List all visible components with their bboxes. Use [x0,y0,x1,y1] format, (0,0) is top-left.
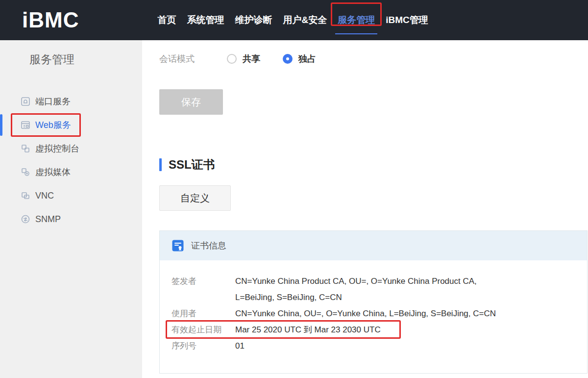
ssl-section-title: SSL证书 [169,157,215,173]
sidebar-item-label: Web服务 [35,119,71,131]
vnc-icon [21,191,30,201]
cert-row-validity: 有效起止日期 Mar 25 2020 UTC 到 Mar 23 2030 UTC [172,322,575,338]
nav-maintenance-diagnosis[interactable]: 维护诊断 [235,0,272,40]
active-tab-underline [335,33,377,34]
cert-row-serial: 序列号 01 [172,338,575,354]
radio-selected-dot [286,57,289,60]
session-mode-label: 会话模式 [159,53,227,65]
certificate-icon [172,239,184,252]
radio-shared-label: 共享 [243,53,260,65]
nav-user-security[interactable]: 用户&安全 [283,0,327,40]
cert-serial-value: 01 [235,338,245,354]
section-accent-bar [159,158,162,171]
nav-ibmc-management[interactable]: iBMC管理 [386,0,428,40]
cert-validity-label: 有效起止日期 [172,322,235,338]
active-item-indicator [0,114,2,136]
cert-issuer-label: 签发者 [172,273,235,305]
ibmc-logo: iBMC [22,9,79,31]
save-button[interactable]: 保存 [159,89,223,115]
virtual-console-icon [21,144,30,153]
cert-issuer-value: CN=Yunke China Product CA, OU=, O=Yunke … [235,273,514,305]
custom-button[interactable]: 自定义 [159,185,231,211]
main-content: 会话模式 共享 独占 保存 SSL证书 自定义 证书信息 签发者 [142,40,588,378]
certificate-panel-title: 证书信息 [191,240,226,252]
virtual-media-icon [21,167,30,177]
nav-service-management-label: 服务管理 [338,14,375,26]
port-service-icon [21,97,30,106]
nav-ibmc-management-label: iBMC管理 [386,14,428,26]
sidebar-item-web-service[interactable]: Web服务 [0,113,142,137]
nav-home-label: 首页 [157,14,176,26]
nav-user-security-label: 用户&安全 [283,14,327,26]
sidebar-item-label: 虚拟媒体 [35,166,71,178]
certificate-panel-header: 证书信息 [160,231,587,260]
certificate-panel-body: 签发者 CN=Yunke China Product CA, OU=, O=Yu… [160,260,587,354]
sidebar-item-port-service[interactable]: 端口服务 [0,90,142,113]
web-service-icon [21,120,30,130]
radio-shared[interactable]: 共享 [227,53,260,65]
sidebar-item-snmp[interactable]: SNMP [0,207,142,231]
sidebar-item-label: 虚拟控制台 [35,143,79,154]
nav-maintenance-diagnosis-label: 维护诊断 [235,14,272,26]
top-header: iBMC 首页 系统管理 维护诊断 用户&安全 服务管理 iBMC管理 [0,0,588,40]
radio-exclusive-circle[interactable] [283,54,293,64]
cert-subject-label: 使用者 [172,305,235,322]
sidebar-menu: 端口服务 Web服务 虚拟控制台 虚拟媒体 [0,90,142,231]
nav-system-management[interactable]: 系统管理 [187,0,224,40]
cert-subject-value: CN=Yunke China, OU=, O=Yunke China, L=Be… [235,305,496,322]
sidebar-item-vnc[interactable]: VNC [0,184,142,207]
top-nav: 首页 系统管理 维护诊断 用户&安全 服务管理 iBMC管理 [157,0,428,40]
sidebar-item-label: VNC [35,191,54,201]
certificate-info-panel: 证书信息 签发者 CN=Yunke China Product CA, OU=,… [159,230,588,374]
nav-service-management[interactable]: 服务管理 [338,0,375,40]
radio-exclusive[interactable]: 独占 [283,53,316,65]
sidebar-item-label: SNMP [35,214,61,225]
session-mode-row: 会话模式 共享 独占 [159,52,588,66]
ssl-section-header: SSL证书 [159,157,588,173]
sidebar-item-virtual-media[interactable]: 虚拟媒体 [0,160,142,184]
snmp-icon [21,214,30,224]
cert-row-subject: 使用者 CN=Yunke China, OU=, O=Yunke China, … [172,305,575,322]
cert-row-issuer: 签发者 CN=Yunke China Product CA, OU=, O=Yu… [172,273,575,305]
sidebar-item-label: 端口服务 [35,96,71,107]
cert-serial-label: 序列号 [172,338,235,354]
radio-shared-circle[interactable] [227,54,237,64]
sidebar: 服务管理 端口服务 Web服务 虚拟控制台 [0,40,142,378]
nav-system-management-label: 系统管理 [187,14,224,26]
sidebar-item-virtual-console[interactable]: 虚拟控制台 [0,137,142,160]
cert-validity-value: Mar 25 2020 UTC 到 Mar 23 2030 UTC [235,322,381,338]
radio-exclusive-label: 独占 [298,53,316,65]
sidebar-title: 服务管理 [0,40,142,67]
nav-home[interactable]: 首页 [157,0,176,40]
